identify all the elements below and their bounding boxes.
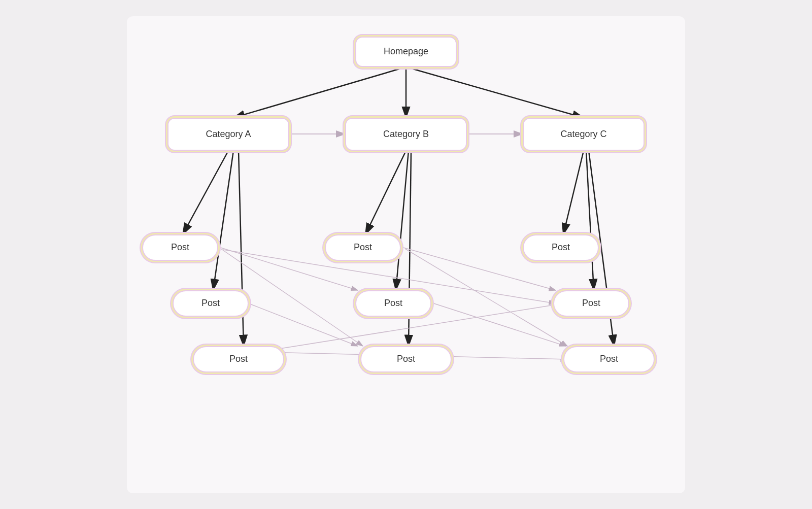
- category-b-label: Category B: [383, 129, 429, 140]
- category-a-label: Category A: [206, 129, 251, 140]
- svg-line-11: [396, 151, 409, 290]
- post-b1-label: Post: [354, 242, 372, 253]
- post-c1-node: Post: [523, 234, 599, 261]
- svg-line-21: [434, 303, 566, 346]
- post-a1-label: Post: [171, 242, 189, 253]
- post-a2-node: Post: [173, 290, 249, 317]
- diagram-container: Homepage Category A Category B Category …: [127, 16, 685, 493]
- post-b3-node: Post: [360, 346, 452, 372]
- category-a-node: Category A: [167, 118, 289, 151]
- svg-line-14: [586, 151, 594, 290]
- svg-line-7: [183, 151, 228, 234]
- post-c3-label: Post: [600, 354, 618, 364]
- svg-line-18: [249, 303, 358, 346]
- svg-line-10: [365, 151, 406, 234]
- svg-line-8: [213, 151, 233, 290]
- post-a3-label: Post: [229, 354, 248, 364]
- post-a3-node: Post: [193, 346, 284, 372]
- post-b2-label: Post: [384, 298, 402, 309]
- svg-line-12: [409, 151, 411, 346]
- post-b2-node: Post: [355, 290, 431, 317]
- post-a1-node: Post: [142, 234, 218, 261]
- post-c1-label: Post: [552, 242, 570, 253]
- post-a2-label: Post: [201, 298, 220, 309]
- svg-line-9: [239, 151, 244, 346]
- homepage-label: Homepage: [384, 46, 428, 57]
- homepage-node: Homepage: [355, 37, 457, 67]
- category-b-node: Category B: [345, 118, 467, 151]
- svg-line-4: [406, 67, 584, 118]
- category-c-label: Category C: [560, 129, 606, 140]
- post-c2-label: Post: [582, 298, 600, 309]
- category-c-node: Category C: [523, 118, 645, 151]
- post-b3-label: Post: [397, 354, 415, 364]
- svg-line-13: [563, 151, 584, 234]
- post-b1-node: Post: [325, 234, 401, 261]
- post-c2-node: Post: [553, 290, 629, 317]
- svg-line-2: [233, 67, 406, 118]
- post-c3-node: Post: [563, 346, 655, 372]
